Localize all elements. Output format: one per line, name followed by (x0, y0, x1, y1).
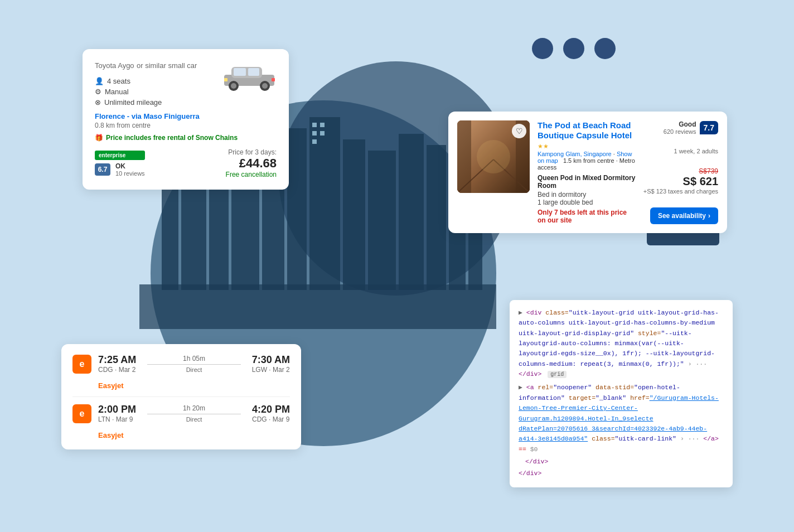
code-class-attr-1: class= (545, 309, 568, 316)
flight-line-2 (147, 414, 241, 414)
car-mileage: ⊗ Unlimited mileage (95, 98, 277, 107)
flight-arrive-1: 7:30 AM LGW · Mar 2 (252, 354, 290, 374)
flight-depart-1: 7:25 AM CDG · Mar 2 (98, 354, 136, 374)
svg-rect-24 (312, 123, 317, 127)
svg-rect-27 (320, 131, 325, 136)
snow-chains-text: Price includes free rental of Snow Chain… (106, 134, 238, 142)
svg-rect-10 (343, 139, 365, 290)
code-style-attr: style= (638, 330, 661, 337)
expand-triangle-1[interactable]: ▶ (519, 309, 522, 316)
hotel-score-text: Good 620 reviews (664, 120, 696, 135)
mileage-icon: ⊗ (95, 98, 101, 107)
svg-rect-25 (320, 123, 325, 127)
svg-rect-33 (234, 68, 246, 76)
car-price-label: Price for 3 days: (226, 148, 277, 156)
hotel-score-badge: 7.7 (700, 121, 718, 134)
code-stid-attr: data-stid= (595, 384, 634, 391)
car-rating-reviews: 10 reviews (115, 170, 145, 177)
code-grid-badge: grid (548, 371, 567, 378)
code-div-close-2: </div> (525, 458, 548, 465)
svg-rect-8 (287, 128, 307, 290)
hotel-stars: ★★ (538, 143, 549, 149)
flight-row-2: e 2:00 PM LTN · Mar 9 1h 20m Direct 4:20… (72, 404, 290, 423)
svg-point-47 (477, 140, 510, 173)
duration-text-2: 1h 20m (143, 404, 245, 412)
airline-logo-1: e (72, 355, 91, 374)
depart-time-2: 2:00 PM (98, 404, 136, 415)
car-bottom-section: enterprise 6.7 OK 10 reviews Price for 3… (95, 148, 277, 178)
airline-letter-2: e (80, 409, 85, 419)
flight-direct-1: Direct (143, 366, 245, 373)
dot-2 (563, 38, 584, 59)
gift-icon: 🎁 (95, 134, 103, 142)
depart-airport-2: LTN · Mar 9 (98, 415, 136, 423)
svg-rect-34 (248, 68, 259, 76)
airline-letter-1: e (80, 359, 85, 369)
hotel-right-section: Good 620 reviews 7.7 1 week, 2 adults S$… (643, 120, 718, 224)
code-inspector-card: ▶ <div class="uitk-layout-grid uitk-layo… (510, 300, 733, 487)
hotel-score-container: Good 620 reviews 7.7 (664, 120, 718, 135)
svg-rect-45 (457, 120, 471, 193)
flight-card: e 7:25 AM CDG · Mar 2 1h 05m Direct 7:30… (61, 344, 301, 449)
flight-direct-2: Direct (143, 416, 245, 423)
hotel-name[interactable]: The Pod at Beach Road Boutique Capsule H… (538, 120, 632, 140)
enterprise-badge: enterprise (95, 151, 145, 160)
code-rel-attr: rel= (538, 384, 554, 391)
code-div-tag-1: <div (526, 309, 546, 316)
snow-chains-promo: 🎁 Price includes free rental of Snow Cha… (95, 134, 277, 142)
seats-label: 4 seats (107, 77, 130, 85)
arrive-time-1: 7:30 AM (252, 354, 290, 366)
arrive-airport-1: LGW · Mar 2 (252, 366, 290, 374)
hotel-image: ♡ (457, 120, 530, 193)
dot-3 (594, 38, 616, 59)
mileage-label: Unlimited mileage (104, 98, 162, 107)
airline-logo-2: e (72, 404, 91, 423)
depart-airport-1: CDG · Mar 2 (98, 366, 136, 374)
car-location-link[interactable]: Florence - via Maso Finiguerra (95, 112, 277, 120)
code-line-1: ▶ <div class="uitk-layout-grid uitk-layo… (519, 308, 724, 380)
airline-name-1: Easyjet (72, 381, 290, 390)
code-line-2: ▶ <a rel="noopener" data-stid="open-hote… (519, 383, 724, 454)
svg-point-36 (231, 83, 236, 89)
see-availability-button[interactable]: See availability › (650, 207, 718, 224)
car-rating-label: OK (115, 162, 145, 170)
car-rental-card: Toyota Aygo or similar small car 👤 4 sea… (83, 49, 289, 190)
code-equals: == (519, 446, 530, 453)
code-rel-val: "noopener" (553, 384, 592, 391)
car-price-amount: £44.68 (226, 156, 277, 171)
depart-time-1: 7:25 AM (98, 354, 136, 366)
hotel-name-stars: The Pod at Beach Road Boutique Capsule H… (538, 120, 636, 151)
code-div-close-1: </div> (519, 370, 541, 378)
hotel-info: The Pod at Beach Road Boutique Capsule H… (538, 120, 636, 224)
flight-line-1 (147, 364, 240, 365)
car-image (221, 59, 280, 94)
hotel-reviews-count: 620 reviews (664, 128, 696, 135)
svg-rect-11 (368, 151, 396, 290)
flight-depart-2: 2:00 PM LTN · Mar 9 (98, 404, 136, 423)
hotel-bed-type: Bed in dormitory (538, 191, 636, 199)
arrive-time-2: 4:20 PM (252, 404, 290, 415)
svg-rect-28 (312, 139, 317, 144)
flight-duration-1: 1h 05m Direct (143, 355, 245, 373)
svg-point-38 (262, 83, 268, 89)
flight-arrive-2: 4:20 PM CDG · Mar 9 (252, 404, 290, 423)
code-line-3: </div> (519, 457, 724, 467)
code-ellipsis-2: › ··· (680, 435, 700, 442)
transmission-icon: ⚙ (95, 88, 101, 96)
svg-rect-12 (399, 134, 424, 290)
hotel-price-new: S$ 621 (643, 175, 718, 188)
car-free-cancel: Free cancellation (226, 171, 277, 178)
svg-rect-26 (312, 131, 317, 136)
hotel-room-type: Queen Pod in Mixed Dormitory Room (538, 174, 636, 190)
hotel-score-label: Good (664, 120, 696, 128)
hotel-distance: 1.5 km from centre (563, 157, 614, 164)
seats-icon: 👤 (95, 77, 104, 85)
car-name-text: Toyota Aygo (95, 61, 134, 70)
svg-rect-39 (224, 78, 227, 81)
airline-name-2: Easyjet (72, 431, 290, 439)
expand-triangle-2[interactable]: ▶ (519, 384, 522, 391)
hotel-favorite-icon[interactable]: ♡ (512, 124, 526, 138)
svg-rect-3 (162, 178, 178, 290)
hotel-location-link[interactable]: Kampong Glam, Singapore (538, 151, 612, 157)
code-dollar-zero: $0 (530, 446, 538, 453)
